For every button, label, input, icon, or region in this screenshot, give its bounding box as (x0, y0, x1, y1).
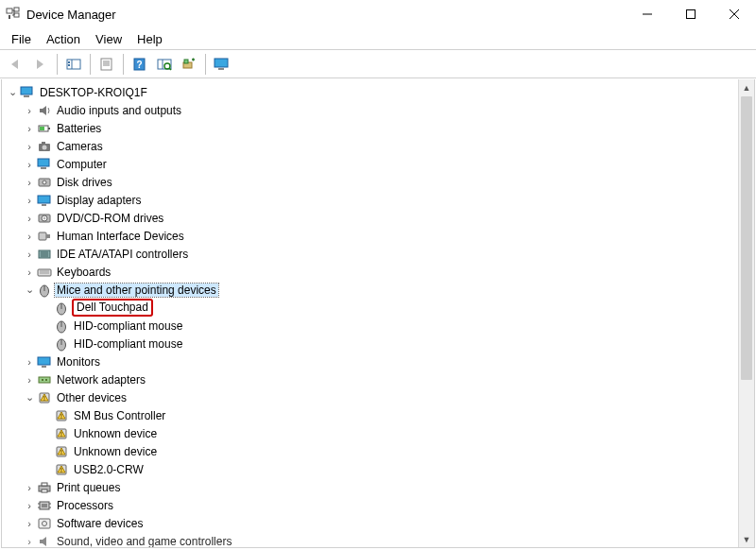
network-icon (36, 372, 53, 387)
cat-other[interactable]: ⌄ ! Other devices (6, 388, 754, 406)
cat-mice[interactable]: ⌄ Mice and other pointing devices (6, 281, 754, 299)
expand-icon[interactable]: › (23, 356, 36, 368)
svg-rect-61 (42, 366, 46, 368)
expand-icon[interactable]: › (23, 518, 36, 529)
window-title: Device Manager (26, 8, 116, 22)
disk-icon (36, 175, 53, 190)
svg-rect-44 (46, 234, 50, 238)
svg-text:!: ! (60, 430, 62, 437)
help-button[interactable]: ? (129, 53, 151, 76)
expand-icon[interactable]: › (23, 231, 36, 242)
cat-computer[interactable]: › Computer (6, 155, 754, 173)
cat-sound[interactable]: › Sound, video and game controllers (6, 532, 754, 548)
cat-monitors[interactable]: › Monitors (6, 352, 754, 370)
monitor-button[interactable] (211, 53, 233, 76)
cat-dvd[interactable]: › DVD/CD-ROM drives (6, 209, 754, 227)
close-button[interactable] (713, 0, 756, 28)
collapse-icon[interactable]: ⌄ (23, 391, 36, 404)
cat-processors[interactable]: › Processors (6, 496, 754, 514)
camera-icon (36, 139, 53, 154)
cat-cameras[interactable]: › Cameras (6, 137, 754, 155)
svg-rect-76 (42, 483, 47, 486)
device-unknown-1[interactable]: ! Unknown device (6, 424, 754, 442)
svg-rect-77 (42, 490, 47, 492)
svg-rect-43 (39, 232, 46, 240)
cat-print[interactable]: › Print queues (6, 478, 754, 496)
scroll-up-icon[interactable]: ▲ (739, 79, 754, 95)
expand-icon[interactable]: › (23, 123, 36, 134)
device-unknown-2[interactable]: ! Unknown device (6, 442, 754, 460)
svg-point-37 (43, 180, 46, 184)
svg-rect-11 (68, 64, 70, 66)
computer-icon (36, 157, 53, 172)
expand-icon[interactable]: › (23, 177, 36, 188)
svg-rect-29 (48, 128, 50, 129)
mouse-icon (36, 283, 53, 298)
svg-rect-39 (42, 204, 46, 206)
minimize-button[interactable] (626, 0, 669, 28)
device-sm-bus[interactable]: ! SM Bus Controller (6, 406, 754, 424)
hid-icon (36, 229, 53, 244)
svg-text:!: ! (60, 412, 62, 419)
device-hid-mouse-1[interactable]: HID-compliant mouse (6, 317, 754, 335)
expand-icon[interactable]: › (23, 159, 36, 170)
svg-text:!: ! (60, 448, 62, 455)
cat-network[interactable]: › Network adapters (6, 370, 754, 388)
expand-icon[interactable]: › (23, 482, 36, 493)
cat-hid[interactable]: › Human Interface Devices (6, 227, 754, 245)
audio-icon (36, 103, 53, 118)
menu-view[interactable]: View (88, 30, 129, 48)
properties-button[interactable] (95, 53, 118, 76)
svg-rect-3 (14, 13, 19, 17)
collapse-icon[interactable]: ⌄ (23, 284, 36, 296)
forward-button[interactable] (29, 53, 52, 76)
svg-rect-24 (215, 59, 228, 67)
svg-rect-0 (7, 9, 12, 13)
titlebar: Device Manager (0, 0, 756, 28)
add-legacy-button[interactable] (178, 53, 200, 76)
menu-action[interactable]: Action (39, 30, 88, 48)
svg-rect-27 (24, 95, 29, 97)
tree-root[interactable]: ⌄ DESKTOP-KROIQ1F (6, 83, 754, 101)
expand-icon[interactable]: › (23, 213, 36, 224)
back-button[interactable] (5, 53, 27, 76)
device-hid-mouse-2[interactable]: HID-compliant mouse (6, 335, 754, 352)
cat-audio[interactable]: › Audio inputs and outputs (6, 101, 754, 119)
expand-icon[interactable]: › (23, 105, 36, 116)
menu-file[interactable]: File (4, 30, 39, 48)
audio-icon (36, 534, 53, 549)
svg-rect-30 (40, 127, 44, 130)
cat-software[interactable]: › Software devices (6, 514, 754, 532)
menubar: File Action View Help (0, 28, 756, 49)
scroll-down-icon[interactable]: ▼ (739, 531, 754, 547)
cat-batteries[interactable]: › Batteries (6, 119, 754, 137)
toolbar: ? (0, 50, 756, 78)
expand-icon[interactable]: › (23, 266, 36, 278)
expand-icon[interactable]: › (23, 500, 36, 511)
device-usb20-crw[interactable]: ! USB2.0-CRW (6, 460, 754, 478)
cat-ide[interactable]: › IDE ATA/ATAPI controllers (6, 245, 754, 263)
expand-icon[interactable]: › (23, 374, 36, 386)
warning-icon: ! (36, 390, 53, 405)
svg-rect-38 (38, 196, 50, 203)
device-dell-touchpad[interactable]: Dell Touchpad (6, 299, 754, 317)
menu-help[interactable]: Help (129, 30, 170, 48)
expand-icon[interactable]: › (23, 249, 36, 260)
cat-display[interactable]: › Display adapters (6, 191, 754, 209)
expand-icon[interactable]: › (23, 536, 36, 547)
device-tree[interactable]: ⌄ DESKTOP-KROIQ1F › Audio inputs and out… (1, 79, 755, 548)
scan-hardware-button[interactable] (153, 53, 176, 76)
cat-keyboards[interactable]: › Keyboards (6, 263, 754, 281)
svg-rect-64 (45, 379, 47, 381)
cat-disk[interactable]: › Disk drives (6, 173, 754, 191)
scroll-thumb[interactable] (741, 96, 752, 380)
maximize-button[interactable] (669, 0, 713, 28)
show-hide-tree-button[interactable] (62, 53, 85, 76)
warning-icon: ! (53, 426, 70, 441)
svg-point-32 (43, 145, 47, 149)
svg-rect-26 (21, 87, 32, 95)
expand-icon[interactable]: › (23, 195, 36, 206)
collapse-icon[interactable]: ⌄ (6, 86, 19, 98)
expand-icon[interactable]: › (23, 141, 36, 152)
vertical-scrollbar[interactable]: ▲ ▼ (738, 79, 754, 547)
